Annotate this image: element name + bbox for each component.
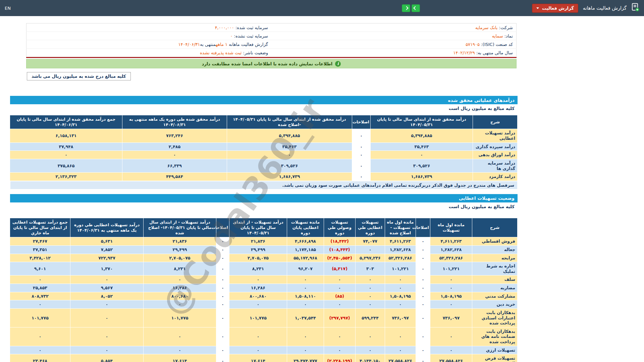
value-cell: ۳۰۹,۵۲۶: [227, 159, 352, 172]
table-row: درآمد تسهیلات اعطایی۵,۳۹۴,۸۸۵۰۵,۳۹۴,۸۸۵۷…: [10, 129, 518, 142]
row-label-cell: درآمد اوراق بدهی: [473, 151, 518, 159]
value-cell: ۹۶,۲۰۷: [287, 262, 324, 276]
value-cell: ۰: [385, 276, 416, 284]
column-header: مانده تسهیلات اعطایی پایان دوره: [287, 218, 324, 237]
value-cell: ۰: [416, 327, 430, 346]
value-cell: ۰: [216, 245, 229, 254]
value-cell: ۰: [216, 354, 229, 362]
value-cell: ۰: [70, 346, 144, 354]
value-cell: ۴۴۹,۵۸۴: [122, 173, 227, 181]
previous-period-button[interactable]: [402, 4, 410, 12]
value-cell: ۴,۱۴۴,۱۵۰: [356, 354, 385, 362]
value-cell: ۰: [352, 151, 371, 159]
column-header: مانده اول ماه تسهیلات - اصلاح شده: [385, 218, 416, 237]
value-cell: ۰: [216, 308, 229, 327]
value-cell: ۷۳۶,۰۹۷: [385, 308, 416, 327]
table-row: اجاره به شرط تملیک۱۰۱,۲۲۱۰۱۰۱,۲۲۱۳۰۳(۵,۳…: [10, 262, 518, 276]
value-cell: ۸۰۰,۶۸۰: [229, 292, 287, 300]
report-period-label: گزارش فعالیت ماهانه: [229, 42, 268, 47]
report-type-dropdown[interactable]: گزارش فعالیت: [532, 4, 578, 13]
value-cell: ۰: [430, 327, 472, 346]
value-cell: ۲۷,۴۶۷: [10, 237, 70, 246]
value-cell: (۲۹۷,۷۹۷): [324, 308, 356, 327]
report-period-suffix: منتهی به: [200, 42, 216, 47]
value-cell: ۰: [287, 346, 324, 354]
unregistered-capital-cell: سرمایه ثبت نشده: ۰: [26, 32, 272, 40]
value-cell: ۱,۰۳۷,۵۴۴: [287, 308, 324, 327]
table-row: درآمد اوراق بدهی۰۰۰۰۰: [10, 151, 518, 159]
value-cell: (۵,۳۱۷): [324, 262, 356, 276]
report-period-date: ۱۴۰۴/۰۶/۳۱: [178, 42, 200, 47]
facilities-table-body: فروش اقساطي۴,۶۱۱,۲۶۳۰۴,۶۱۱,۲۶۳۷۴,۰۷۷(۱۸,…: [10, 237, 518, 362]
row-label-cell: جعاله: [472, 245, 518, 254]
value-cell: ۲۱,۸۳۶: [144, 237, 216, 246]
table-row: شرکت: بانک سرمایه سرمایه ثبت شده: ۴,۰۰۰,…: [26, 23, 517, 32]
report-document-icon[interactable]: [631, 3, 639, 13]
value-cell: (۸۵): [324, 292, 356, 300]
value-cell: ۲۹,۴۹۹: [229, 245, 287, 254]
value-cell: ۰: [122, 151, 227, 159]
row-label-cell: درآمد تسهیلات اعطایی: [473, 129, 518, 142]
row-label-cell: درآمد سپرده گذاری: [473, 142, 518, 151]
value-cell: ۰: [385, 327, 416, 346]
row-label-cell: درآمد سرمایه گذاری ها: [473, 159, 518, 172]
value-cell: ۸,۲۳۱: [144, 262, 216, 276]
value-cell: ۰: [430, 284, 472, 292]
value-cell: (۱۰۸,۴۴۳): [324, 245, 356, 254]
row-label-cell: اجاره به شرط تملیک: [472, 262, 518, 276]
value-cell: ۰: [229, 300, 287, 309]
table-row: تسهیلات قرض الحسنه۲۷,۵۵۸,۸۲۶۰۲۷,۵۵۸,۸۲۶۴…: [10, 354, 518, 362]
value-cell: ۱,۶۸۶,۷۳۹: [371, 173, 473, 181]
value-cell: ۳۷,۳۵۱: [10, 245, 70, 254]
value-cell: ۶,۱۵۸,۱۳۱: [10, 129, 122, 142]
value-cell: ۵,۳۹۴,۸۸۵: [371, 129, 473, 142]
language-toggle-en[interactable]: EN: [5, 6, 11, 11]
section-header-operating-income: درآمدهای عملیاتی محقق شده: [10, 96, 518, 104]
value-cell: ۰: [227, 151, 352, 159]
value-cell: ۰: [324, 276, 356, 284]
next-period-button[interactable]: [412, 4, 420, 12]
value-cell: ۰: [216, 292, 229, 300]
table-row: بدهکاران بابت ضمانت نامه هاي پرداخت شده۰…: [10, 327, 518, 346]
company-info-block: شرکت: بانک سرمایه سرمایه ثبت شده: ۴,۰۰۰,…: [26, 23, 517, 68]
report-type-label: گزارش فعالیت: [542, 6, 574, 11]
row-label-cell: بدهکاران بابت اعتبارات اسنادي پرداخت شده: [472, 308, 518, 327]
value-cell: ۰: [356, 276, 385, 284]
symbol-label: نماد:: [504, 34, 513, 39]
value-cell: ۵۲,۳۲۶,۲۸۶: [430, 254, 472, 262]
column-header: جمع درآمد تسهیلات اعطایی از ابتدای سال م…: [10, 218, 70, 237]
value-cell: ۰: [356, 327, 385, 346]
column-header: درآمد تسهیلات - از ابتدای سال مالی تا پا…: [229, 218, 287, 237]
operating-income-table-body: درآمد تسهیلات اعطایی۵,۳۹۴,۸۸۵۰۵,۳۹۴,۸۸۵۷…: [10, 129, 518, 181]
table-header-row: شرح مانده اول ماه تسهیلات اصلاحات مانده …: [10, 218, 518, 237]
value-cell: ۰: [216, 254, 229, 262]
value-cell: ۰: [229, 346, 287, 354]
value-cell: ۳۷۵,۸۶۵: [10, 159, 122, 172]
row-label-cell: تسهیلات ارزي: [472, 346, 518, 354]
value-cell: ۲۵,۸۵۳: [10, 284, 70, 292]
value-cell: ۰: [352, 173, 371, 181]
value-cell: (۲,۴۵۰,۵۵۴): [324, 254, 356, 262]
value-cell: ۲۷,۵۵۸,۸۲۶: [430, 354, 472, 362]
value-cell: ۴,۶۱۱,۲۶۳: [385, 237, 416, 246]
publisher-status-value: ثبت شده پذیرفته نشده: [200, 50, 241, 55]
value-cell: ۰: [10, 276, 70, 284]
report-period-cell: گزارش فعالیت ماهانه ۱ ماههمنتهی به۱۴۰۴/۰…: [26, 40, 272, 49]
value-cell: ۱۰۱,۲۲۱: [385, 262, 416, 276]
value-cell: ۰: [324, 300, 356, 309]
value-cell: ۰: [10, 327, 70, 346]
fiscal-year-cell: سال مالی منتهی به: ۱۴۰۲/۱۲/۲۹: [271, 49, 517, 57]
value-cell: ۰: [356, 346, 385, 354]
report-main: درآمدهای عملیاتی محقق شده کلیه مبالغ به …: [10, 96, 518, 362]
value-cell: ۷۴,۰۷۷: [356, 237, 385, 246]
row-label-cell: تسهیلات قرض الحسنه: [472, 354, 518, 362]
row-label-cell: فروش اقساطي: [472, 237, 518, 246]
value-cell: ۰: [385, 346, 416, 354]
table-row: درامد کارمزد۱,۶۸۶,۷۳۹۰۱,۶۸۶,۷۳۹۴۴۹,۵۸۴۲,…: [10, 173, 518, 181]
page-title: گزارش فعالیت ماهانه: [583, 5, 627, 11]
value-cell: ۳۵,۴۶۳: [371, 142, 473, 151]
row-label-cell: بدهکاران بابت ضمانت نامه هاي پرداخت شده: [472, 327, 518, 346]
chevron-down-icon: [536, 7, 539, 9]
value-cell: ۰: [416, 254, 430, 262]
company-value: بانک سرمایه: [475, 25, 498, 30]
